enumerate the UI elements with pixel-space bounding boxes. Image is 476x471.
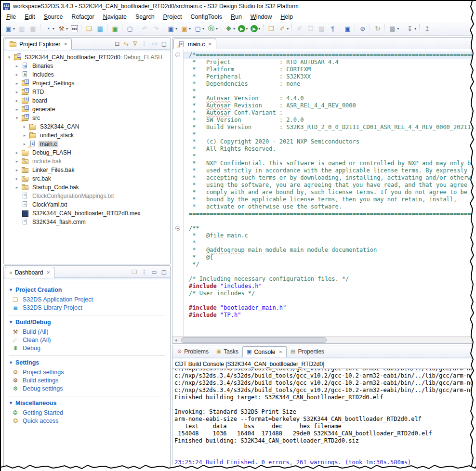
section-header-build-debug[interactable]: ▼Build/Debug <box>9 318 165 327</box>
menu-run[interactable]: Run <box>226 13 246 21</box>
flash-device-dropdown-icon[interactable]: ▾ <box>397 26 399 31</box>
debug-dropdown-icon[interactable]: ▾ <box>233 26 235 31</box>
dashboard-link-getting-started[interactable]: ❂Getting Started <box>9 408 165 417</box>
menu-project[interactable]: Project <box>159 13 186 21</box>
minimize-icon[interactable]: ▭ <box>151 269 157 275</box>
tab-tasks[interactable]: ▣Tasks <box>212 346 242 357</box>
debug-configurations-button[interactable]: ◔▾ <box>43 24 55 34</box>
twisty-closed-icon[interactable]: ▸ <box>14 176 19 181</box>
tab-project-explorer[interactable]: Project Explorer ✕ <box>5 39 72 50</box>
tree-item-main-c[interactable]: ▸c⚠main.c <box>4 140 170 148</box>
tree-item-unified-stack[interactable]: ▸⚠unified_stack <box>4 131 170 140</box>
update-software-dropdown-icon[interactable]: ▾ <box>414 26 416 31</box>
tree-item-includes[interactable]: ▸hIncludes <box>4 70 170 79</box>
tab-console[interactable]: ▣Console✕ <box>242 346 287 357</box>
tree-item-generate[interactable]: ▸Cgenerate <box>4 105 170 114</box>
dashboard-link-debug-settings[interactable]: ⚙Debug settings <box>9 384 165 392</box>
show-whitespace-button[interactable]: ¶ <box>328 24 338 34</box>
scrollbar-thumb[interactable] <box>181 337 327 343</box>
section-header-miscellaneous[interactable]: ▼Miscellaneous <box>9 399 165 408</box>
dashboard-link-build-all[interactable]: ⚒Build (All) <box>9 327 165 336</box>
tree-item-clockyaml-txt[interactable]: ClockYaml.txt <box>4 200 170 209</box>
run-dropdown-icon[interactable]: ▾ <box>246 26 248 31</box>
tree-item-startup-code-bak[interactable]: ▸Startup_Code.bak <box>4 183 170 192</box>
tree-item-binaries[interactable]: ▸10Binaries <box>4 62 170 70</box>
mark-occurrences-button[interactable]: ⊘ <box>357 24 368 34</box>
new-wizard-dropdown-icon[interactable]: ▾ <box>13 26 15 31</box>
twisty-closed-icon[interactable]: ▸ <box>14 168 19 172</box>
twisty-open-icon[interactable]: ▾ <box>14 116 19 120</box>
twisty-closed-icon[interactable]: ▸ <box>22 133 27 138</box>
new-s32ds-project-button[interactable]: ▣▾ <box>179 24 192 34</box>
new-c-project-dropdown-icon[interactable]: ▾ <box>175 26 177 31</box>
tab-problems[interactable]: ⊙Problems <box>173 346 212 357</box>
twisty-closed-icon[interactable]: ▸ <box>14 90 19 94</box>
tree-item-rtd[interactable]: ▸CRTD <box>4 88 170 96</box>
tree-item-s32k344-flash-cmm[interactable]: S32K344_flash.cmm <box>4 218 170 226</box>
debug-configurations-dropdown-icon[interactable]: ▾ <box>53 26 54 31</box>
tree-item-debug-flash[interactable]: ▸Debug_FLASH <box>4 148 170 157</box>
debug-button[interactable]: ❋▾ <box>224 24 236 34</box>
new-c-project-button[interactable]: ▣▾ <box>166 24 178 34</box>
twisty-closed-icon[interactable]: ▸ <box>14 72 19 77</box>
new-library-button[interactable]: ▤ <box>95 24 105 34</box>
run-button[interactable]: ▶▾ <box>237 24 249 33</box>
twisty-closed-icon[interactable]: ▸ <box>14 185 19 190</box>
close-icon[interactable]: ✕ <box>208 42 212 47</box>
run-external-button[interactable]: ▶▾ <box>250 24 261 33</box>
dashboard-link-debug[interactable]: ❋Debug <box>9 344 165 352</box>
tree-item-project-settings[interactable]: ▸CProject_Settings <box>4 79 170 88</box>
update-software-button[interactable]: ↧▾ <box>405 24 417 34</box>
fold-collapse-icon[interactable]: − <box>175 226 180 231</box>
dashboard-link-quick-access[interactable]: ✪Quick access <box>9 417 165 425</box>
twisty-closed-icon[interactable]: ▸ <box>14 64 19 68</box>
view-menu-icon[interactable]: ⋮ <box>141 269 147 275</box>
minimize-icon[interactable]: ▭ <box>151 40 157 47</box>
new-monitor-button[interactable]: ▣ <box>110 24 120 34</box>
menu-configtools[interactable]: ConfigTools <box>186 13 226 21</box>
twisty-closed-icon[interactable]: ▸ <box>14 150 19 155</box>
refresh-button[interactable]: ↻ <box>372 24 383 34</box>
dashboard-link-clean-all[interactable]: ☄Clean (All) <box>9 336 165 344</box>
dashboard-link-build-settings[interactable]: ⚙Build settings <box>9 376 165 384</box>
twisty-closed-icon[interactable]: ▸ <box>14 98 19 103</box>
build-button[interactable]: ⚒▾ <box>56 24 69 34</box>
new-wizard-button[interactable]: ▣▾ <box>3 24 16 34</box>
tree-item-s32k344-can[interactable]: ▸⚠S32K344_CAN <box>4 122 170 131</box>
tree-item-clockconfigurationmappings-txt[interactable]: ClockConfigurationMappings.txt <box>4 192 170 200</box>
build-dropdown-icon[interactable]: ▾ <box>66 26 68 31</box>
twisty-closed-icon[interactable]: ▸ <box>22 142 27 146</box>
editor-hscrollbar[interactable]: ◂ <box>172 336 472 343</box>
tree-item-src-bak[interactable]: ▸src.bak <box>4 174 170 183</box>
menu-navigate[interactable]: Navigate <box>99 13 131 21</box>
open-console-button[interactable]: ▣ <box>343 24 353 34</box>
twisty-closed-icon[interactable]: ▸ <box>14 81 19 86</box>
c-document-button[interactable]: ▢ <box>125 24 135 34</box>
collapse-all-icon[interactable]: ⊟ <box>115 40 119 47</box>
menu-source[interactable]: Source <box>40 13 67 21</box>
tree-item-s32k344-can-bootlloader-rtd2d0-mex[interactable]: S32K344_CAN_bootlloader_RTD2d0.mex <box>4 209 170 218</box>
tree-item-board[interactable]: ▸Cboard <box>4 96 170 105</box>
open-file-icon[interactable]: ❒ <box>132 269 137 275</box>
filter-icon[interactable]: ∇ <box>133 40 137 47</box>
fold-collapse-icon[interactable]: − <box>175 52 180 57</box>
tab-properties[interactable]: ▤Properties <box>287 346 328 357</box>
tab-main-c[interactable]: c⚠ main.c ✕ <box>173 39 216 50</box>
tree-item-include-bak[interactable]: ▸include.bak <box>4 157 170 166</box>
code-area[interactable]: /*======================================… <box>184 49 472 343</box>
link-with-editor-icon[interactable]: ⇆ <box>124 40 129 47</box>
view-menu-icon[interactable]: ⋮ <box>141 40 147 47</box>
twisty-closed-icon[interactable]: ▸ <box>22 124 27 129</box>
tree-item-linker-files-bak[interactable]: ▸Linker_Files.bak <box>4 166 170 174</box>
menu-window[interactable]: Window <box>246 13 276 21</box>
new-s32ds-project-dropdown-icon[interactable]: ▾ <box>189 26 191 31</box>
run-external-dropdown-icon[interactable]: ▾ <box>258 26 260 31</box>
scroll-left-icon[interactable]: ◂ <box>172 338 179 342</box>
new-file-button[interactable]: ❏ <box>84 24 94 34</box>
twisty-open-icon[interactable]: ▾ <box>7 55 12 60</box>
section-header-project-creation[interactable]: ▼Project Creation <box>9 286 165 295</box>
close-icon[interactable]: ✕ <box>46 270 50 275</box>
section-header-settings[interactable]: ▼Settings <box>9 358 165 368</box>
open-element-button[interactable]: ❒ <box>266 24 276 34</box>
menu-search[interactable]: Search <box>131 13 159 21</box>
